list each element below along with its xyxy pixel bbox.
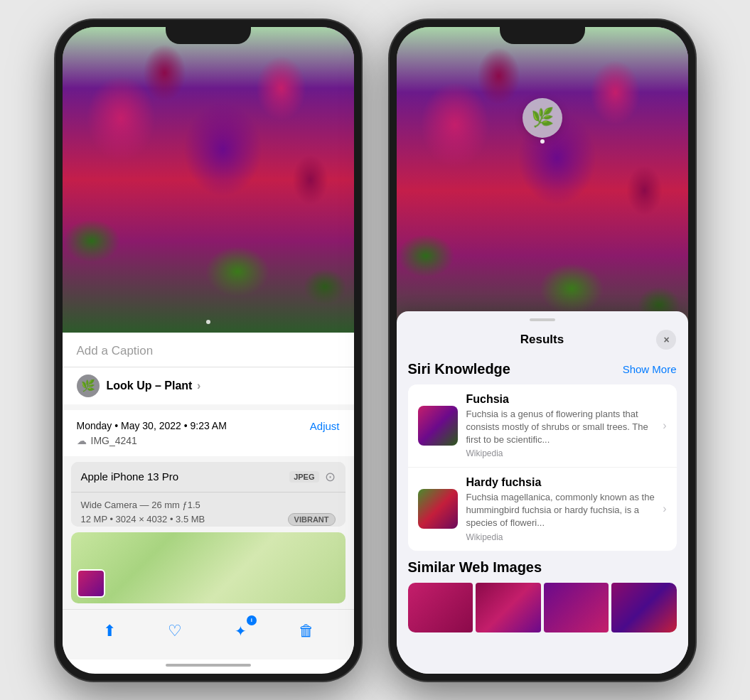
home-indicator [166, 664, 251, 667]
siri-knowledge-header: Siri Knowledge Show More [408, 361, 677, 377]
web-image-2[interactable] [476, 583, 541, 632]
heart-icon: ♡ [168, 622, 182, 640]
favorite-button[interactable]: ♡ [161, 617, 189, 645]
siri-knowledge-title: Siri Knowledge [408, 361, 510, 377]
flower-image [63, 27, 354, 333]
caption-area[interactable]: Add a Caption [63, 333, 354, 367]
camera-specs: Wide Camera — 26 mm ƒ1.5 12 MP • 3024 × … [71, 492, 345, 527]
fuchsia-thumbnail [418, 406, 458, 446]
filename-row: ☁ IMG_4241 [77, 435, 340, 446]
results-header: Results × [397, 327, 688, 358]
share-icon: ⬆ [103, 622, 116, 640]
map-thumbnail [77, 569, 105, 598]
caption-placeholder: Add a Caption [77, 344, 154, 357]
web-images-title: Similar Web Images [408, 559, 677, 576]
adjust-button[interactable]: Adjust [310, 420, 340, 432]
device-section: Apple iPhone 13 Pro JPEG ⊙ Wide Camera —… [71, 462, 345, 527]
siri-dot [540, 139, 545, 144]
leaf-icon: 🌿 [531, 107, 554, 129]
lookup-subject: Plant [164, 379, 192, 392]
toolbar: ⬆ ♡ ✦ i 🗑 [63, 609, 354, 659]
vibrant-badge: VIBRANT [288, 513, 336, 526]
sparkle-icon: ✦ [235, 623, 247, 640]
info-badge: i [247, 615, 257, 625]
left-phone: Add a Caption 🌿 Look Up – Plant › Monday… [55, 20, 361, 681]
knowledge-item-hardy[interactable]: Hardy fuchsia Fuchsia magellanica, commo… [408, 468, 677, 551]
hardy-thumbnail [418, 489, 458, 529]
camera-line2: 12 MP • 3024 × 4032 • 3.5 MB VIBRANT [81, 513, 336, 526]
camera-line1: Wide Camera — 26 mm ƒ1.5 [81, 500, 336, 510]
fuchsia-source: Wikipedia [466, 448, 658, 458]
meta-section: Monday • May 30, 2022 • 9:23 AM Adjust ☁… [63, 410, 354, 456]
info-button[interactable]: ✦ i [227, 617, 255, 645]
lookup-chevron-icon: › [197, 379, 200, 392]
web-images-section: Similar Web Images [408, 559, 677, 632]
web-images-grid [408, 583, 677, 632]
trash-icon: 🗑 [299, 622, 314, 640]
settings-icon: ⊙ [325, 469, 336, 485]
hardy-info: Hardy fuchsia Fuchsia magellanica, commo… [466, 476, 658, 542]
cloud-icon: ☁ [77, 435, 87, 446]
results-title: Results [520, 333, 564, 347]
fuchsia-desc: Fuchsia is a genus of flowering plants t… [466, 408, 658, 447]
photo-area[interactable] [63, 27, 354, 333]
results-handle [530, 318, 555, 321]
hardy-name: Hardy fuchsia [466, 476, 658, 489]
right-flower-image [397, 27, 688, 354]
device-name: Apple iPhone 13 Pro [81, 470, 179, 483]
fuchsia-info: Fuchsia Fuchsia is a genus of flowering … [466, 393, 658, 459]
lookup-row[interactable]: 🌿 Look Up – Plant › [63, 367, 354, 404]
web-image-4[interactable] [611, 583, 677, 632]
filename-text: IMG_4241 [91, 435, 137, 446]
right-photo-area[interactable] [397, 27, 688, 354]
knowledge-item-fuchsia[interactable]: Fuchsia Fuchsia is a genus of flowering … [408, 384, 677, 468]
right-phone: 🌿 Results × Siri Knowledge Show More [390, 20, 695, 681]
fuchsia-chevron-icon: › [663, 419, 666, 432]
camera-line2-text: 12 MP • 3024 × 4032 • 3.5 MB [81, 514, 205, 524]
close-button[interactable]: × [656, 330, 676, 350]
results-content: Siri Knowledge Show More Fuchsia Fuchsia… [397, 358, 688, 674]
show-more-button[interactable]: Show More [623, 363, 677, 375]
date-text: Monday • May 30, 2022 • 9:23 AM [77, 420, 227, 431]
web-image-1[interactable] [408, 583, 473, 632]
map-area[interactable] [71, 532, 345, 603]
device-badges: JPEG ⊙ [289, 469, 335, 485]
format-badge: JPEG [289, 471, 318, 483]
carousel-dot [206, 320, 210, 324]
results-panel: Results × Siri Knowledge Show More Fuchs… [397, 311, 688, 674]
info-section: Add a Caption 🌿 Look Up – Plant › Monday… [63, 333, 354, 609]
device-row: Apple iPhone 13 Pro JPEG ⊙ [71, 462, 345, 492]
lookup-text: Look Up – Plant › [107, 379, 201, 392]
right-screen: 🌿 Results × Siri Knowledge Show More [397, 27, 688, 674]
hardy-chevron-icon: › [663, 502, 666, 515]
siri-icon-circle: 🌿 [523, 98, 562, 138]
hardy-desc: Fuchsia magellanica, commonly known as t… [466, 491, 658, 530]
lookup-icon: 🌿 [77, 375, 100, 397]
web-image-3[interactable] [544, 583, 609, 632]
date-row: Monday • May 30, 2022 • 9:23 AM Adjust [77, 420, 340, 432]
hardy-source: Wikipedia [466, 532, 658, 542]
delete-button[interactable]: 🗑 [292, 617, 321, 645]
share-button[interactable]: ⬆ [95, 617, 124, 645]
knowledge-card: Fuchsia Fuchsia is a genus of flowering … [408, 384, 677, 551]
fuchsia-name: Fuchsia [466, 393, 658, 406]
left-screen: Add a Caption 🌿 Look Up – Plant › Monday… [63, 27, 354, 674]
